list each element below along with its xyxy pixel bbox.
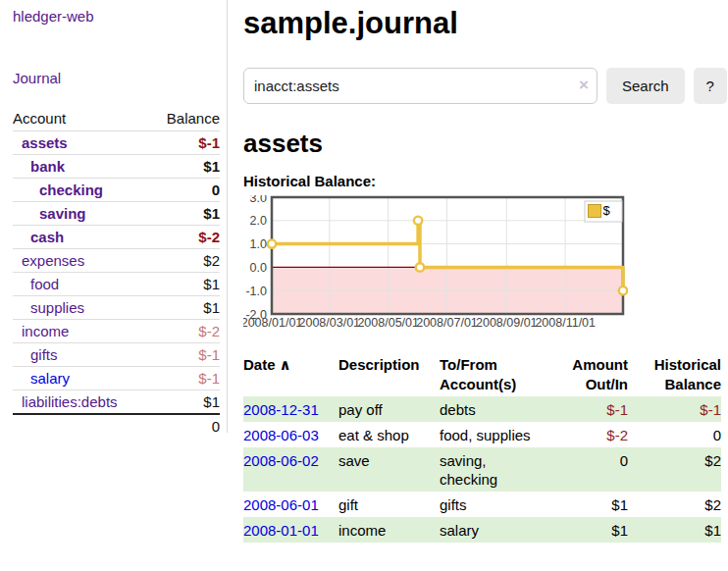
account-balance: $-1 — [150, 367, 220, 390]
sidebar-account-row: saving$1 — [13, 202, 220, 226]
transaction-row: 2008-06-02savesaving, checking0$2 — [243, 447, 721, 492]
transaction-accounts: debts — [440, 396, 549, 422]
account-link[interactable]: liabilities:debts — [22, 393, 118, 410]
account-balance: $1 — [150, 296, 220, 320]
account-balance: $1 — [150, 273, 220, 296]
sidebar-item-journal[interactable]: Journal — [13, 70, 227, 86]
account-link[interactable]: saving — [39, 205, 86, 222]
account-link[interactable]: gifts — [30, 346, 58, 363]
transaction-date-link[interactable]: 2008-06-02 — [243, 452, 319, 469]
transaction-date-cell: 2008-06-03 — [243, 422, 338, 447]
account-link[interactable]: food — [30, 276, 59, 292]
account-name-cell: salary — [13, 367, 150, 390]
account-name-cell: food — [13, 273, 150, 296]
sidebar-account-row: income$-2 — [13, 320, 220, 343]
account-balance: $-1 — [150, 131, 220, 155]
clear-search-icon[interactable]: × — [579, 76, 589, 95]
search-input-wrap: × — [243, 68, 598, 104]
account-balance: $-1 — [150, 343, 220, 367]
account-name-cell: saving — [13, 202, 150, 226]
svg-text:1.0: 1.0 — [250, 237, 267, 251]
account-link[interactable]: cash — [30, 229, 64, 245]
account-link[interactable]: income — [22, 323, 69, 339]
help-button[interactable]: ? — [694, 68, 727, 104]
account-link[interactable]: bank — [30, 158, 65, 175]
sidebar-account-row: bank$1 — [13, 155, 220, 179]
svg-text:$: $ — [603, 203, 611, 218]
transaction-date-link[interactable]: 2008-06-03 — [243, 427, 319, 443]
sort-ascending-icon: ∧ — [280, 356, 291, 373]
account-balance: $1 — [150, 390, 220, 415]
account-balance: $1 — [150, 202, 220, 226]
transaction-description: save — [338, 447, 440, 492]
sidebar-account-row: checking0 — [13, 179, 220, 202]
svg-text:2008/05/01: 2008/05/01 — [357, 316, 419, 330]
transaction-amount: $1 — [549, 492, 628, 517]
date-column-header[interactable]: Date∧ — [243, 353, 338, 396]
register-header-row: Date∧ Description To/From Account(s) Amo… — [243, 353, 721, 396]
account-name-cell: checking — [13, 179, 150, 202]
sidebar-account-row: liabilities:debts$1 — [13, 390, 220, 415]
svg-text:-1.0: -1.0 — [245, 285, 267, 298]
account-balance: $2 — [150, 249, 220, 273]
svg-text:2.0: 2.0 — [250, 214, 267, 228]
sidebar-account-row: salary$-1 — [13, 367, 220, 390]
account-link[interactable]: salary — [30, 370, 70, 387]
account-name-cell: liabilities:debts — [13, 390, 150, 415]
svg-text:3.0: 3.0 — [250, 195, 267, 205]
transaction-balance: $1 — [628, 517, 721, 543]
sidebar-account-row: expenses$2 — [13, 249, 220, 273]
transaction-date-link[interactable]: 2008-01-01 — [243, 522, 319, 539]
transaction-accounts: salary — [440, 517, 549, 543]
transaction-row: 2008-06-01giftgifts$1$2 — [243, 492, 721, 517]
sidebar: hledger-web Journal Account Balance asse… — [0, 0, 228, 433]
search-form: × Search ? — [243, 68, 722, 104]
transaction-accounts: gifts — [440, 492, 549, 517]
chart-label: Historical Balance: — [243, 173, 722, 189]
account-link[interactable]: assets — [22, 134, 68, 151]
balance-column-header: Balance — [150, 107, 220, 131]
search-button[interactable]: Search — [606, 68, 685, 104]
svg-text:2008/07/01: 2008/07/01 — [416, 316, 478, 330]
register-body: 2008-12-31pay offdebts$-1$-12008-06-03ea… — [243, 396, 721, 543]
transaction-amount: $-2 — [549, 422, 628, 447]
svg-text:2008/11/01: 2008/11/01 — [535, 316, 596, 330]
sidebar-total-row: 0 — [13, 414, 220, 438]
account-balance: $-2 — [150, 320, 220, 343]
transaction-date-link[interactable]: 2008-06-01 — [243, 496, 319, 513]
transaction-amount: $1 — [549, 517, 628, 543]
app-title-link[interactable]: hledger-web — [13, 8, 227, 25]
sidebar-accounts-table: Account Balance assets$-1bank$1checking0… — [13, 107, 220, 438]
transaction-accounts: food, supplies — [440, 422, 549, 447]
account-link[interactable]: expenses — [22, 252, 84, 269]
transaction-amount: 0 — [549, 447, 628, 492]
transaction-balance: $2 — [628, 447, 721, 492]
accounts-column-header: Account — [13, 107, 150, 131]
transaction-balance: 0 — [628, 422, 721, 447]
svg-text:2008/03/01: 2008/03/01 — [299, 316, 361, 330]
transaction-row: 2008-01-01incomesalary$1$1 — [243, 517, 721, 543]
amount-column-header: Amount Out/In — [549, 353, 628, 396]
total-spacer-cell — [13, 414, 150, 438]
accounts-tofrom-column-header: To/From Account(s) — [440, 353, 549, 396]
account-link[interactable]: supplies — [30, 299, 84, 316]
transaction-balance: $2 — [628, 492, 721, 517]
sidebar-account-row: food$1 — [13, 273, 220, 296]
transaction-date-link[interactable]: 2008-12-31 — [243, 401, 319, 418]
svg-text:0.0: 0.0 — [250, 261, 267, 275]
svg-text:2008/01/01: 2008/01/01 — [243, 316, 302, 330]
account-balance: $1 — [150, 155, 220, 179]
page-title: sample.journal — [243, 6, 722, 41]
account-name-cell: expenses — [13, 249, 150, 273]
account-link[interactable]: checking — [39, 182, 103, 198]
account-name-cell: cash — [13, 226, 150, 249]
transaction-row: 2008-06-03eat & shopfood, supplies$-20 — [243, 422, 721, 447]
transaction-balance: $-1 — [628, 396, 721, 422]
account-name-cell: income — [13, 320, 150, 343]
search-input[interactable] — [243, 68, 598, 104]
sidebar-account-row: assets$-1 — [13, 131, 220, 155]
account-balance: $-2 — [150, 226, 220, 249]
transaction-description: eat & shop — [338, 422, 440, 447]
sidebar-account-row: cash$-2 — [13, 226, 220, 249]
transaction-description: income — [338, 517, 440, 543]
